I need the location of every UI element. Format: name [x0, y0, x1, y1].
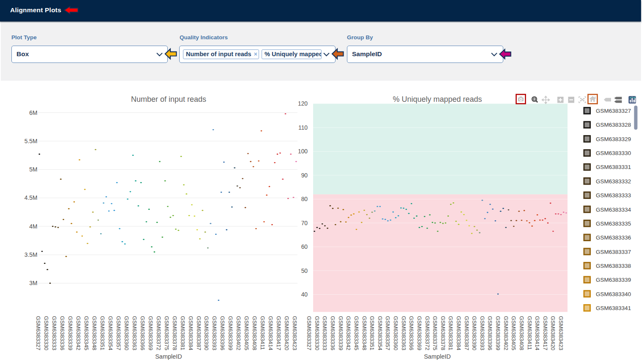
svg-text:GSM6383363: GSM6383363: [401, 316, 407, 350]
svg-text:GSM6383366: GSM6383366: [408, 316, 415, 350]
svg-text:GSM6383334: GSM6383334: [596, 207, 631, 213]
svg-text:GSM6383393: GSM6383393: [479, 316, 486, 350]
svg-text:GSM6383337: GSM6383337: [596, 249, 631, 255]
svg-text:GSM6383335: GSM6383335: [596, 220, 631, 227]
svg-text:GSM6383339: GSM6383339: [596, 277, 631, 283]
svg-text:GSM6383357: GSM6383357: [115, 316, 122, 350]
svg-text:GSM6383333: GSM6383333: [51, 316, 57, 350]
svg-text:GSM6383393: GSM6383393: [211, 316, 218, 350]
svg-text:GSM6383363: GSM6383363: [131, 316, 138, 350]
svg-text:GSM6383384: GSM6383384: [188, 316, 194, 350]
svg-text:90: 90: [301, 172, 308, 179]
svg-text:GSM6383411: GSM6383411: [259, 316, 266, 350]
svg-text:GSM6383342: GSM6383342: [75, 316, 82, 350]
svg-text:GSM6383408: GSM6383408: [518, 316, 525, 350]
svg-text:GSM6383390: GSM6383390: [203, 316, 210, 350]
svg-text:GSM6383332: GSM6383332: [596, 178, 631, 185]
svg-text:60: 60: [301, 244, 308, 250]
svg-text:GSM6383375: GSM6383375: [432, 316, 438, 350]
svg-text:40: 40: [301, 291, 308, 298]
svg-text:GSM6383381: GSM6383381: [448, 316, 454, 350]
svg-text:GSM6383420: GSM6383420: [550, 316, 556, 350]
svg-text:GSM6383372: GSM6383372: [424, 316, 431, 350]
svg-text:GSM6383387: GSM6383387: [196, 316, 202, 350]
svg-text:4.5M: 4.5M: [25, 195, 38, 201]
svg-text:GSM6383423: GSM6383423: [292, 316, 298, 350]
svg-text:4M: 4M: [29, 223, 37, 230]
svg-text:GSM6383420: GSM6383420: [284, 316, 290, 350]
svg-text:GSM6383414: GSM6383414: [534, 316, 540, 350]
svg-text:GSM6383384: GSM6383384: [456, 316, 462, 350]
svg-text:GSM6383423: GSM6383423: [558, 316, 564, 350]
svg-text:5M: 5M: [29, 166, 37, 173]
svg-text:GSM6383330: GSM6383330: [314, 316, 320, 350]
svg-text:GSM6383387: GSM6383387: [464, 316, 470, 350]
svg-text:3M: 3M: [29, 280, 37, 286]
svg-text:GSM6383327: GSM6383327: [596, 108, 631, 114]
svg-text:GSM6383351: GSM6383351: [99, 316, 106, 350]
svg-text:GSM6383357: GSM6383357: [385, 316, 391, 350]
svg-text:GSM6383396: GSM6383396: [219, 316, 226, 350]
svg-text:GSM6383339: GSM6383339: [338, 316, 344, 350]
svg-text:SampleID: SampleID: [424, 353, 451, 360]
svg-text:GSM6383417: GSM6383417: [542, 316, 548, 350]
svg-text:GSM6383329: GSM6383329: [596, 136, 631, 142]
svg-text:GSM6383331: GSM6383331: [596, 164, 631, 170]
svg-text:GSM6383402: GSM6383402: [503, 316, 509, 350]
svg-text:GSM6383336: GSM6383336: [330, 316, 336, 350]
svg-text:GSM6383369: GSM6383369: [147, 316, 154, 350]
svg-text:GSM6383339: GSM6383339: [67, 316, 74, 350]
svg-text:GSM6383333: GSM6383333: [596, 192, 631, 199]
svg-text:% Uniquely mapped reads: % Uniquely mapped reads: [393, 95, 482, 103]
svg-text:GSM6383399: GSM6383399: [227, 316, 234, 350]
svg-text:GSM6383354: GSM6383354: [107, 316, 114, 350]
svg-text:GSM6383341: GSM6383341: [596, 305, 631, 311]
svg-text:GSM6383328: GSM6383328: [596, 122, 631, 128]
svg-text:120: 120: [298, 101, 308, 107]
svg-text:GSM6383327: GSM6383327: [306, 316, 312, 350]
svg-text:GSM6383372: GSM6383372: [156, 316, 162, 350]
svg-text:GSM6383330: GSM6383330: [596, 150, 631, 156]
svg-text:6M: 6M: [29, 110, 37, 116]
svg-text:GSM6383360: GSM6383360: [393, 316, 399, 350]
svg-text:GSM6383402: GSM6383402: [235, 316, 242, 350]
svg-text:GSM6383330: GSM6383330: [43, 316, 49, 350]
svg-text:SampleID: SampleID: [155, 353, 182, 360]
svg-text:GSM6383405: GSM6383405: [243, 316, 250, 350]
svg-text:GSM6383381: GSM6383381: [180, 316, 186, 350]
svg-text:110: 110: [298, 125, 308, 131]
svg-text:Number of input reads: Number of input reads: [131, 95, 206, 103]
svg-text:GSM6383342: GSM6383342: [345, 316, 352, 350]
svg-text:GSM6383408: GSM6383408: [251, 316, 258, 350]
svg-text:GSM6383369: GSM6383369: [416, 316, 423, 350]
svg-text:GSM6383336: GSM6383336: [596, 234, 631, 241]
svg-text:GSM6383366: GSM6383366: [139, 316, 146, 350]
svg-text:GSM6383327: GSM6383327: [35, 316, 41, 350]
svg-text:GSM6383360: GSM6383360: [123, 316, 130, 350]
svg-text:GSM6383340: GSM6383340: [596, 291, 631, 297]
svg-text:GSM6383351: GSM6383351: [369, 316, 375, 350]
svg-text:GSM6383399: GSM6383399: [495, 316, 501, 350]
svg-text:GSM6383417: GSM6383417: [276, 316, 282, 350]
svg-text:GSM6383378: GSM6383378: [440, 316, 446, 350]
svg-text:GSM6383396: GSM6383396: [487, 316, 493, 350]
svg-text:GSM6383348: GSM6383348: [361, 316, 368, 350]
svg-text:3.5M: 3.5M: [25, 252, 38, 258]
svg-text:80: 80: [301, 196, 308, 202]
svg-text:GSM6383333: GSM6383333: [322, 316, 328, 350]
svg-text:100: 100: [298, 148, 308, 155]
svg-text:GSM6383354: GSM6383354: [377, 316, 383, 350]
svg-text:GSM6383338: GSM6383338: [596, 263, 631, 269]
svg-text:GSM6383378: GSM6383378: [172, 316, 178, 350]
svg-text:GSM6383336: GSM6383336: [59, 316, 65, 350]
svg-text:GSM6383405: GSM6383405: [510, 316, 517, 350]
svg-text:GSM6383411: GSM6383411: [527, 316, 533, 350]
svg-text:GSM6383414: GSM6383414: [267, 316, 274, 350]
svg-text:GSM6383390: GSM6383390: [471, 316, 478, 350]
svg-text:GSM6383348: GSM6383348: [91, 316, 98, 350]
svg-text:50: 50: [301, 268, 308, 274]
svg-text:GSM6383375: GSM6383375: [164, 316, 170, 350]
svg-text:5.5M: 5.5M: [25, 138, 38, 144]
svg-text:GSM6383345: GSM6383345: [83, 316, 90, 350]
svg-text:70: 70: [301, 220, 308, 226]
